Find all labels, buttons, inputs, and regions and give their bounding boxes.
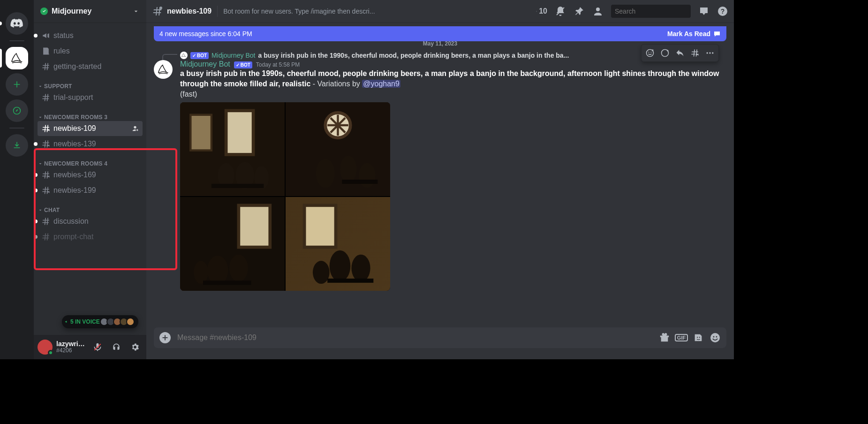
chat-input[interactable]: GIF — [154, 327, 726, 348]
emoji-button[interactable] — [709, 332, 721, 343]
deafen-button[interactable] — [109, 340, 124, 355]
channel-prompt-chat[interactable]: prompt-chat — [38, 229, 143, 244]
channel-getting-started[interactable]: getting-started — [38, 59, 143, 74]
search-input[interactable] — [614, 7, 698, 15]
attach-button[interactable] — [159, 332, 171, 343]
hash-icon — [41, 93, 51, 102]
header-toolbar: 10 ? — [536, 5, 728, 18]
search-bar[interactable] — [611, 5, 691, 18]
voice-activity-pill[interactable]: 5 IN VOICE — [62, 315, 138, 328]
bell-muted-icon — [555, 6, 566, 17]
mute-button[interactable] — [90, 340, 105, 355]
svg-point-51 — [713, 336, 715, 338]
channel-rules[interactable]: rules — [38, 44, 143, 59]
home-button[interactable] — [6, 12, 28, 35]
sticker-button[interactable] — [693, 332, 704, 343]
notifications-button[interactable] — [555, 6, 566, 17]
reply-author: Midjourney Bot — [211, 52, 255, 59]
gift-button[interactable] — [659, 332, 670, 343]
message-avatar[interactable] — [154, 60, 173, 79]
channel-label: prompt-chat — [53, 233, 93, 241]
channel-label: trial-support — [53, 93, 93, 102]
svg-text:?: ? — [721, 8, 725, 15]
message-input[interactable] — [176, 333, 653, 342]
threads-icon — [536, 6, 537, 17]
compass-icon — [12, 106, 22, 115]
message-author[interactable]: Midjourney Bot — [180, 60, 230, 68]
mark-as-read-button[interactable]: Mark As Read — [667, 30, 721, 38]
category-chat[interactable]: CHAT — [34, 198, 146, 213]
server-header[interactable]: Midjourney — [34, 0, 146, 23]
channel-status[interactable]: status — [38, 28, 143, 43]
generated-image-1 — [180, 102, 285, 196]
download-apps-button[interactable] — [6, 134, 28, 157]
thread-hash-icon — [41, 139, 51, 149]
voice-avatars — [102, 318, 135, 326]
user-settings-button[interactable] — [128, 340, 143, 355]
message-speed: (fast) — [180, 89, 726, 99]
guild-bar — [0, 0, 34, 359]
create-invite-icon[interactable] — [131, 125, 139, 132]
download-icon — [12, 141, 22, 150]
threads-button[interactable]: 10 — [536, 6, 547, 17]
channel-newbies-169[interactable]: newbies-169 — [38, 167, 143, 182]
message-scroller[interactable]: May 11, 2023 ✓ BOT Midjourney Bot a busy… — [146, 41, 734, 327]
svg-point-45 — [351, 255, 370, 282]
svg-rect-18 — [190, 115, 211, 151]
thread-hash-icon — [41, 124, 51, 133]
mark-read-icon — [713, 30, 721, 38]
reply-preview-text: a busy irish pub in the 1990s, cheerful … — [258, 52, 569, 59]
inbox-button[interactable] — [698, 6, 709, 17]
plus-icon — [12, 80, 22, 89]
thread-hash-icon — [41, 170, 51, 180]
channel-trial-support[interactable]: trial-support — [38, 90, 143, 105]
channel-newbies-139[interactable]: newbies-139 — [38, 136, 143, 151]
message-timestamp: Today at 5:58 PM — [256, 61, 300, 68]
category-newcomer-3[interactable]: NEWCOMER ROOMS 3 — [34, 106, 146, 121]
svg-rect-39 — [203, 280, 251, 285]
svg-rect-23 — [211, 184, 264, 188]
svg-rect-47 — [327, 279, 373, 283]
gif-button[interactable]: GIF — [676, 332, 687, 343]
reply-reference[interactable]: ✓ BOT Midjourney Bot a busy irish pub in… — [180, 52, 734, 59]
category-support[interactable]: SUPPORT — [34, 75, 146, 90]
category-newcomer-4[interactable]: NEWCOMER ROOMS 4 — [34, 152, 146, 167]
member-list-button[interactable] — [592, 6, 604, 17]
reply-avatar — [180, 52, 188, 59]
new-messages-bar[interactable]: 4 new messages since 6:04 PM Mark As Rea… — [154, 26, 726, 41]
chevron-down-icon — [38, 83, 43, 89]
user-mention[interactable]: @yoghan9 — [362, 80, 400, 88]
chat-input-area: GIF — [146, 327, 734, 359]
emoji-icon — [709, 332, 721, 343]
user-avatar[interactable] — [38, 340, 53, 355]
svg-point-50 — [710, 333, 720, 342]
help-button[interactable]: ? — [717, 6, 728, 17]
svg-point-44 — [330, 250, 351, 282]
server-midjourney[interactable] — [6, 47, 28, 69]
image-attachment[interactable] — [180, 102, 390, 291]
threads-count: 10 — [539, 7, 547, 15]
channel-newbies-109[interactable]: newbies-109 — [38, 121, 143, 136]
hash-icon — [41, 232, 51, 242]
user-panel: lazywriter... #4206 — [34, 335, 146, 359]
channel-newbies-199[interactable]: newbies-199 — [38, 183, 143, 198]
channel-discussion[interactable]: discussion — [38, 214, 143, 229]
channel-topic[interactable]: Bot room for new users. Type /imagine th… — [223, 8, 375, 15]
chevron-down-icon — [132, 8, 140, 15]
explore-servers-button[interactable] — [6, 99, 28, 122]
svg-point-36 — [207, 256, 228, 285]
guild-separator — [9, 128, 24, 129]
channel-header: newbies-109 Bot room for new users. Type… — [146, 0, 734, 23]
svg-point-28 — [316, 159, 335, 188]
midjourney-logo-icon — [157, 63, 170, 76]
add-server-button[interactable] — [6, 73, 28, 96]
bot-badge: ✓ BOT — [190, 52, 209, 59]
thread-hash-icon — [41, 186, 51, 195]
chat-main: newbies-109 Bot room for new users. Type… — [146, 0, 734, 359]
plus-icon — [161, 334, 169, 341]
pinned-messages-button[interactable] — [574, 6, 585, 17]
svg-point-46 — [313, 261, 330, 284]
channel-title: newbies-109 — [167, 7, 211, 15]
channel-label: rules — [53, 47, 70, 55]
channel-label: getting-started — [53, 62, 101, 71]
